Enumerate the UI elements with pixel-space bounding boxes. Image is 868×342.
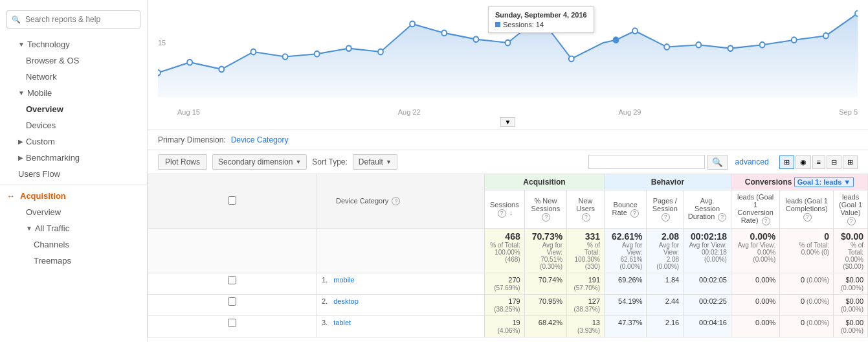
col-leads-rate-header[interactable]: leads (Goal 1 Conversion Rate) ? [731,190,779,229]
table-row: 2. desktop 179 (38.25%) 70.95% 127 (38.3… [148,294,868,315]
arrow-icon: ▶ [18,138,23,145]
tooltip-date: Sunday, September 4, 2016 [495,11,587,19]
sidebar-item-technology[interactable]: ▼ Technology [0,36,147,52]
data-table-wrap: Device Category ? Acquisition Behavior C… [148,174,868,337]
goal-dropdown[interactable]: Goal 1: leads ▼ [794,177,854,187]
col-bounce-rate-header[interactable]: Bounce Rate ? [605,190,647,229]
svg-point-4 [283,54,288,60]
sidebar-item-channels[interactable]: Channels [0,236,147,253]
sidebar-section-technology: ▼ Technology Browser & OS Network [0,36,147,85]
row2-leads-completions: 0 (0.00%) [780,294,834,315]
row3-checkbox-cell[interactable] [148,315,317,337]
dimension-help-icon[interactable]: ? [392,197,400,205]
arrow-icon: ▶ [18,154,23,161]
view-pie-button[interactable]: ◉ [796,155,811,169]
acquisition-icon: ↔ [6,191,15,201]
totals-checkbox-cell [148,228,317,273]
sidebar-item-all-traffic[interactable]: ▼ All Traffic [0,220,147,236]
svg-point-19 [760,42,765,48]
row3-pages-session: 2.16 [647,315,684,337]
sidebar-item-network[interactable]: Network [0,69,147,85]
primary-dimension-label: Primary Dimension: [158,135,226,144]
sort-type-dropdown[interactable]: Default ▼ [353,154,397,170]
col-pages-session-header[interactable]: Pages / Session ? [647,190,684,229]
sessions-help-icon[interactable]: ? [498,209,506,218]
select-all-checkbox[interactable] [228,196,236,205]
row2-leads-rate: 0.00% [731,294,779,315]
goal-dropdown-arrow-icon: ▼ [843,178,851,186]
svg-point-3 [250,49,256,55]
row2-checkbox[interactable] [228,297,236,306]
sidebar-item-devices[interactable]: Devices [0,117,147,133]
row1-leads-rate: 0.00% [731,273,779,294]
search-box[interactable]: 🔍 [6,10,140,28]
row3-bounce-rate: 47.37% [605,315,647,337]
new-users-help-icon[interactable]: ? [582,213,590,222]
row1-link[interactable]: mobile [333,276,354,284]
row3-link[interactable]: tablet [333,319,351,326]
col-pct-new-sessions-header[interactable]: % New Sessions ? [524,190,566,229]
sidebar-item-browser-os[interactable]: Browser & OS [0,52,147,69]
row2-checkbox-cell[interactable] [148,294,317,315]
sidebar-item-mobile[interactable]: ▼ Mobile [0,85,147,101]
svg-point-13 [569,56,574,62]
chart-container: 15 [158,6,858,107]
tooltip-metric: Sessions: 14 [503,21,544,28]
row2-new-users: 127 (38.37%) [567,294,605,315]
sidebar-item-acq-overview[interactable]: Overview [0,204,147,220]
leads-rate-help-icon[interactable]: ? [762,217,770,225]
sidebar-item-custom[interactable]: ▶ Custom [0,133,147,150]
advanced-link[interactable]: advanced [735,157,769,166]
view-bar-button[interactable]: ≡ [812,155,825,169]
chart-dropdown-button[interactable]: ▼ [500,117,516,127]
totals-bounce-rate: 62.61% Avg for View: 62.61% (0.00%) [605,228,647,273]
primary-dimension-value[interactable]: Device Category [231,135,289,144]
leads-completions-help-icon[interactable]: ? [803,213,812,222]
row2-pct-new: 70.95% [524,294,566,315]
secondary-dimension-dropdown[interactable]: Secondary dimension ▼ [212,154,307,170]
row1-dim-cell: 1. mobile [317,273,485,294]
view-pivot-button[interactable]: ⊞ [843,155,858,169]
col-leads-value-header[interactable]: leads (Goal 1 Value) ? [834,190,868,229]
row1-checkbox[interactable] [228,276,236,284]
svg-point-2 [219,67,224,73]
leads-value-help-icon[interactable]: ? [847,217,856,225]
col-sessions-header[interactable]: Sessions ? ↓ [485,190,525,229]
behavior-group-header: Behavior [605,174,731,190]
avg-session-help-icon[interactable]: ? [718,213,726,222]
bounce-rate-help-icon[interactable]: ? [630,209,639,218]
sidebar-item-benchmarking[interactable]: ▶ Benchmarking [0,150,147,166]
row1-sessions: 270 (57.69%) [485,273,525,294]
sidebar-item-users-flow[interactable]: Users Flow [0,166,147,182]
view-grid-button[interactable]: ⊞ [779,155,794,169]
sidebar-item-acquisition[interactable]: ↔ Acquisition [0,188,147,204]
row2-pages-session: 2.44 [647,294,684,315]
row3-checkbox[interactable] [228,319,236,327]
table-search-input[interactable] [588,155,705,169]
col-avg-session-header[interactable]: Avg. Session Duration ? [684,190,731,229]
sidebar-item-treemaps[interactable]: Treemaps [0,253,147,269]
sidebar-item-overview[interactable]: Overview [0,101,147,117]
col-leads-completions-header[interactable]: leads (Goal 1 Completions) ? [780,190,834,229]
svg-point-1 [187,60,192,65]
totals-leads-rate: 0.00% Avg for View: 0.00% (0.00%) [731,228,779,273]
x-label-aug15: Aug 15 [177,108,200,116]
totals-avg-session: 00:02:18 Avg for View: 00:02:18 (0.00%) [684,228,731,273]
pages-session-help-icon[interactable]: ? [662,213,670,222]
totals-sessions: 468 % of Total: 100.00% (468) [485,228,525,273]
svg-point-15 [632,28,638,34]
svg-point-20 [792,37,797,43]
checkbox-header [148,174,317,229]
plot-rows-button[interactable]: Plot Rows [158,154,207,170]
row2-link[interactable]: desktop [333,297,359,305]
table-search-wrap: 🔍 [588,155,728,170]
chart-area: 15 [148,0,868,130]
row1-checkbox-cell[interactable] [148,273,317,294]
table-search-button[interactable]: 🔍 [707,155,728,170]
chart-y-label: 15 [158,39,166,47]
pct-new-sessions-help-icon[interactable]: ? [542,213,550,222]
search-input[interactable] [6,10,140,28]
svg-point-11 [506,40,511,46]
view-compare-button[interactable]: ⊟ [827,155,841,169]
col-new-users-header[interactable]: New Users ? [567,190,605,229]
